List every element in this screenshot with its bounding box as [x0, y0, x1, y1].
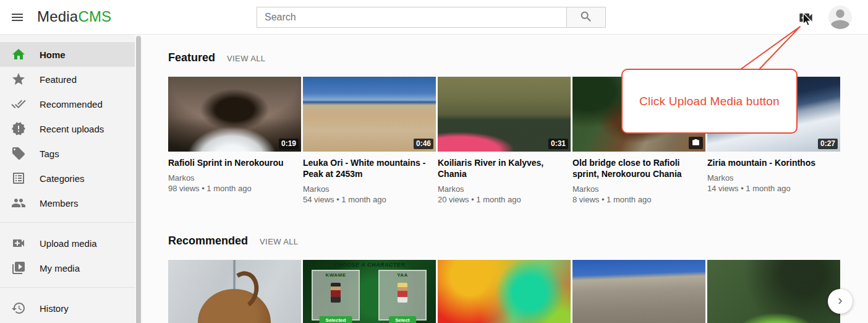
- sidebar-item-my-media[interactable]: My media: [0, 256, 135, 280]
- video-thumbnail-abstract-color-blur[interactable]: [438, 260, 571, 323]
- tutorial-callout-pointer: [736, 24, 810, 72]
- view-all-link[interactable]: VIEW ALL: [260, 237, 298, 246]
- history-icon: [11, 301, 26, 316]
- sidebar-item-members[interactable]: Members: [0, 191, 135, 215]
- sidebar-item-recent-uploads[interactable]: Recent uploads: [0, 116, 135, 141]
- scrollbar-thumb[interactable]: [136, 36, 141, 323]
- game-character-name: YAA: [380, 272, 425, 278]
- game-select-button: Select: [389, 316, 416, 323]
- media-author[interactable]: Markos: [303, 184, 436, 194]
- sidebar-item-label: Members: [40, 198, 79, 209]
- carousel-next-button[interactable]: ›: [828, 289, 853, 314]
- sidebar-item-recommended[interactable]: Recommended: [0, 92, 135, 116]
- game-character-name: KWAME: [313, 272, 359, 278]
- media-author[interactable]: Markos: [438, 184, 571, 194]
- game-character-sprite: [398, 283, 407, 303]
- media-author[interactable]: Markos: [572, 184, 705, 194]
- sidebar-item-label: Recommended: [40, 99, 103, 110]
- sidebar-item-label: Upload media: [40, 238, 97, 249]
- view-all-link[interactable]: VIEW ALL: [227, 54, 265, 63]
- media-title[interactable]: Ziria mountain - Korinthos: [707, 157, 840, 168]
- star-icon: [11, 72, 26, 87]
- video-thumbnail-desert-mountains[interactable]: 0:46: [303, 77, 436, 152]
- media-card[interactable]: 0:46 Leuka Ori - White mountains - Peak …: [303, 77, 436, 204]
- media-card[interactable]: [438, 260, 571, 323]
- upload-media-icon: [11, 236, 26, 251]
- section-title: Recommended: [168, 234, 248, 248]
- search-form: [257, 7, 606, 28]
- game-character-sprite: [331, 283, 341, 303]
- game-screen-title: CHOOSE A CHARACTER: [303, 262, 436, 268]
- sidebar-item-tags[interactable]: Tags: [0, 141, 135, 166]
- sidebar: Home Featured Recommended Recent uploads…: [0, 35, 135, 323]
- media-meta: 14 views • 1 month ago: [707, 183, 840, 194]
- sidebar-item-categories[interactable]: Categories: [0, 166, 135, 191]
- media-title[interactable]: Koiliaris River in Kalyves, Chania: [438, 157, 571, 179]
- chevron-right-icon: ›: [838, 294, 842, 308]
- sidebar-item-home[interactable]: Home: [0, 42, 135, 67]
- video-thumbnail-game-character-select[interactable]: CHOOSE A CHARACTER KWAME Selected YAA Se…: [303, 260, 436, 323]
- camera-icon: [689, 137, 703, 149]
- section-title: Featured: [168, 51, 215, 64]
- sidebar-item-label: Tags: [40, 149, 59, 159]
- sidebar-item-featured[interactable]: Featured: [0, 67, 135, 92]
- video-thumbnail-waterfall-stone-arch[interactable]: 0:19: [168, 77, 301, 152]
- sidebar-item-label: Home: [40, 50, 66, 60]
- media-card[interactable]: [168, 260, 301, 323]
- video-thumbnail-pumpkin-illustration[interactable]: [168, 260, 301, 323]
- search-icon: [579, 10, 593, 25]
- sidebar-item-label: Recent uploads: [40, 124, 104, 134]
- media-card[interactable]: [707, 260, 840, 323]
- sidebar-divider: [0, 222, 135, 223]
- media-meta: 8 views • 1 month ago: [572, 194, 705, 205]
- app-logo[interactable]: MediaCMS: [37, 8, 111, 25]
- media-meta: 98 views • 1 month ago: [168, 183, 301, 194]
- video-thumbnail-river-kayak[interactable]: 0:31: [438, 77, 571, 152]
- duration-badge: 0:27: [818, 139, 838, 149]
- tutorial-callout: Click Upload Media button: [621, 69, 798, 134]
- sidebar-item-label: Categories: [40, 173, 85, 184]
- duration-badge: 0:31: [548, 139, 568, 149]
- menu-icon[interactable]: [9, 10, 26, 25]
- tag-icon: [11, 146, 26, 161]
- double-check-icon: [11, 97, 26, 111]
- mouse-cursor: [802, 12, 814, 28]
- categories-icon: [11, 171, 26, 186]
- logo-text-media: Media: [37, 8, 78, 25]
- duration-badge: 0:46: [414, 139, 433, 149]
- sidebar-item-upload-media[interactable]: Upload media: [0, 231, 135, 256]
- home-icon: [11, 47, 26, 62]
- members-icon: [11, 196, 26, 210]
- game-selected-button: Selected: [320, 316, 352, 323]
- video-library-icon: [11, 261, 26, 275]
- sidebar-item-label: History: [40, 303, 69, 314]
- user-avatar[interactable]: [828, 6, 852, 29]
- media-meta: 20 views • 1 month ago: [438, 194, 571, 205]
- sidebar-scrollbar[interactable]: [135, 35, 142, 323]
- game-character-panel: YAA Select: [378, 270, 427, 321]
- media-card[interactable]: [572, 260, 705, 323]
- media-card[interactable]: CHOOSE A CHARACTER KWAME Selected YAA Se…: [303, 260, 436, 323]
- sidebar-divider: [0, 287, 135, 288]
- media-meta: 54 views • 1 month ago: [303, 194, 436, 205]
- search-input[interactable]: [257, 7, 567, 28]
- new-releases-icon: [11, 121, 26, 136]
- sidebar-item-label: Featured: [40, 74, 77, 85]
- video-thumbnail-rocky-mountain[interactable]: [572, 260, 705, 323]
- media-card[interactable]: 0:19 Rafioli Sprint in Nerokourou Markos…: [168, 77, 301, 204]
- search-button[interactable]: [567, 7, 606, 28]
- sidebar-item-label: My media: [40, 263, 80, 273]
- media-title[interactable]: Rafioli Sprint in Nerokourou: [168, 157, 301, 168]
- duration-badge: 0:19: [279, 139, 299, 149]
- sidebar-item-history[interactable]: History: [0, 296, 135, 321]
- media-author[interactable]: Markos: [707, 173, 840, 183]
- game-character-panel: KWAME Selected: [312, 270, 360, 321]
- media-title[interactable]: Old bridge close to Rafioli sprint, Nero…: [572, 157, 705, 179]
- media-title[interactable]: Leuka Ori - White mountains - Peak at 24…: [303, 157, 436, 179]
- logo-text-cms: CMS: [78, 8, 111, 25]
- media-card[interactable]: 0:31 Koiliaris River in Kalyves, Chania …: [438, 77, 571, 204]
- tutorial-callout-text: Click Upload Media button: [639, 95, 780, 108]
- media-author[interactable]: Markos: [168, 173, 301, 183]
- recommended-section: Recommended VIEW ALL CHOOSE A CHARACTER …: [168, 204, 868, 323]
- video-thumbnail-green-leaves[interactable]: [707, 260, 840, 323]
